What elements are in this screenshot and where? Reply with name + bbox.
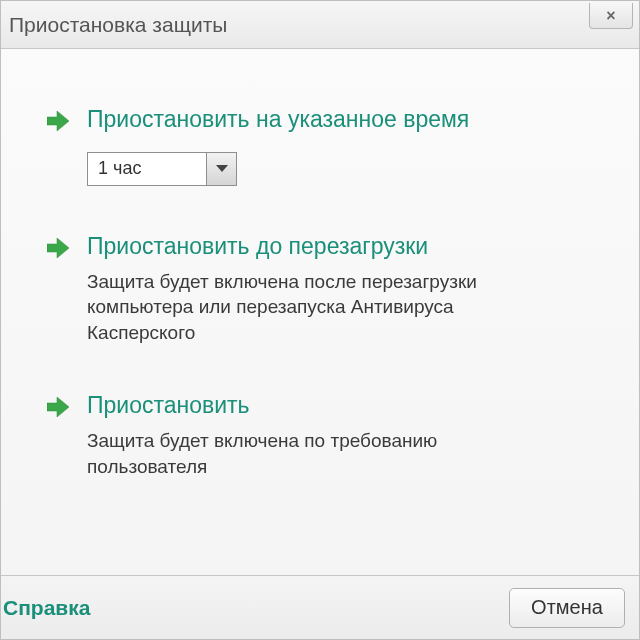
close-icon: × [606,7,615,25]
option-title-pause-until-reboot[interactable]: Приостановить до перезагрузки [87,232,607,261]
arrow-right-icon [45,232,71,258]
option-title-pause-for-time[interactable]: Приостановить на указанное время [87,105,607,134]
option-pause-until-reboot: Приостановить до перезагрузки Защита буд… [45,232,607,346]
option-pause-manual: Приостановить Защита будет включена по т… [45,391,607,479]
arrow-right-icon [45,391,71,417]
option-desc-pause-manual: Защита будет включена по требованию поль… [87,428,557,479]
arrow-right-icon [45,105,71,131]
option-title-pause-manual[interactable]: Приостановить [87,391,607,420]
dialog-title: Приостановка защиты [9,13,227,37]
duration-select-value: 1 час [88,153,206,185]
titlebar: Приостановка защиты × [1,1,639,49]
option-content: Приостановить на указанное время 1 час [87,105,607,186]
svg-marker-1 [47,238,69,258]
svg-marker-0 [47,111,69,131]
option-pause-for-time: Приостановить на указанное время 1 час [45,105,607,186]
help-link[interactable]: Справка [1,596,90,620]
chevron-down-icon [216,165,228,172]
close-button[interactable]: × [589,3,633,29]
cancel-button[interactable]: Отмена [509,588,625,628]
option-content: Приостановить Защита будет включена по т… [87,391,607,479]
dialog-window: Приостановка защиты × Приостановить на у… [0,0,640,640]
option-content: Приостановить до перезагрузки Защита буд… [87,232,607,346]
duration-select[interactable]: 1 час [87,152,237,186]
duration-select-button[interactable] [206,153,236,185]
option-desc-pause-until-reboot: Защита будет включена после перезагрузки… [87,269,557,346]
dialog-body: Приостановить на указанное время 1 час П… [1,49,639,575]
dialog-footer: Справка Отмена [1,575,639,639]
svg-marker-2 [47,397,69,417]
